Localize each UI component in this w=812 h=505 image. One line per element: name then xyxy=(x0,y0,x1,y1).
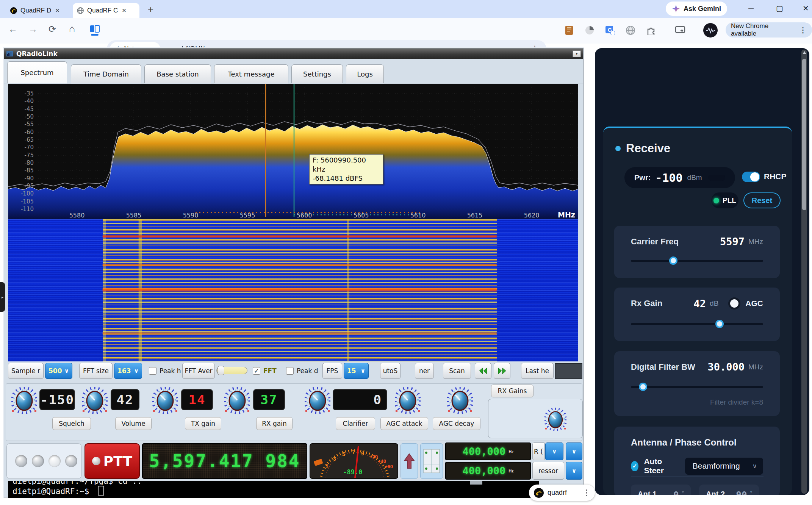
volume-knob[interactable] xyxy=(82,387,108,414)
device-share-icon[interactable] xyxy=(674,25,686,36)
tx-gain-knob[interactable] xyxy=(152,387,178,414)
sample-rate-dropdown[interactable]: 500∨ xyxy=(45,363,72,379)
constellation-button[interactable] xyxy=(420,443,443,479)
new-tab-button[interactable]: + xyxy=(148,4,153,16)
tx-shift-display[interactable]: 400,000 Hz xyxy=(445,442,531,460)
sidebar-scrollbar[interactable] xyxy=(801,50,807,494)
split-view-icon[interactable] xyxy=(89,25,100,36)
window-titlebar[interactable]: QRadioLink ▾ xyxy=(4,48,583,59)
extensions-puzzle-icon[interactable] xyxy=(645,25,657,36)
quadrf-pill-icon xyxy=(534,488,544,498)
tab-base-station[interactable]: Base station xyxy=(144,64,211,83)
rx-gain-value-lcd: 37 xyxy=(253,389,285,410)
tab-time-domain[interactable]: Time Domain xyxy=(71,64,141,83)
forward-icon[interactable]: → xyxy=(28,24,38,34)
pill-menu-icon[interactable]: ⋮ xyxy=(583,491,590,494)
new-chrome-button[interactable]: New Chrome available ⋮ xyxy=(726,22,812,38)
quadrf-pill[interactable]: quadrf ⋮ xyxy=(529,485,595,501)
fft-averaging-slider[interactable] xyxy=(216,367,247,374)
frequency-display[interactable]: 5,597.417 984 xyxy=(142,443,307,479)
close-icon[interactable]: ✕ xyxy=(55,7,60,14)
agc-radio[interactable] xyxy=(728,297,740,310)
notebook-extension-icon[interactable] xyxy=(563,25,575,36)
peak-hold-checkbox[interactable] xyxy=(149,367,156,375)
terminal-scrollbar[interactable] xyxy=(470,481,482,485)
terminal[interactable]: dietpi@quadrf:~/fpga$ cd .. dietpi@QuadR… xyxy=(8,481,539,498)
ant2-card[interactable]: Ant 2 90 ° xyxy=(699,485,759,495)
window-close-button[interactable]: ✕ xyxy=(803,4,809,13)
minimize-button[interactable]: ─ xyxy=(748,4,754,13)
browser-menu-icon[interactable]: ⋮ xyxy=(799,29,807,31)
squelch-knob[interactable] xyxy=(11,387,37,414)
rx-shift-display[interactable]: 400,000 Hz xyxy=(445,462,531,480)
back-icon[interactable]: ← xyxy=(8,24,17,34)
pie-extension-icon[interactable] xyxy=(584,25,595,36)
mode-dropdown[interactable]: ∨ xyxy=(545,442,563,460)
profile-avatar[interactable] xyxy=(703,23,718,38)
autosquelch-button[interactable]: utoS xyxy=(380,363,401,379)
close-icon[interactable]: ✕ xyxy=(122,7,127,14)
translate-extension-icon[interactable]: G xyxy=(604,25,616,36)
waterfall[interactable] xyxy=(8,219,578,361)
scrollbar-thumb[interactable] xyxy=(802,59,806,210)
y-tick: -105 xyxy=(21,198,34,205)
compressor-dropdown[interactable]: ∨ xyxy=(566,462,582,480)
side-pull-handle[interactable]: ▸ xyxy=(0,282,5,312)
peak-detect-checkbox[interactable] xyxy=(286,367,294,375)
reload-icon[interactable]: ⟳ xyxy=(49,24,56,34)
filter-bw-unit: MHz xyxy=(748,363,763,371)
reset-button[interactable]: Reset xyxy=(743,192,781,208)
mode-dropdown-2[interactable]: ∨ xyxy=(566,442,582,460)
steer-mode-select[interactable]: Beamforming ∨ xyxy=(685,458,763,475)
band-up-button[interactable] xyxy=(401,443,418,479)
tuner-button[interactable]: ner xyxy=(415,363,434,379)
tab-spectrum[interactable]: Spectrum xyxy=(7,61,67,83)
scan-button[interactable]: Scan xyxy=(443,363,471,379)
ant1-card[interactable]: Ant 1 0 ° xyxy=(631,485,691,495)
fft-checkbox[interactable]: ✓ xyxy=(253,367,260,375)
tab-text-message[interactable]: Text message xyxy=(214,64,288,83)
scan-back-button[interactable] xyxy=(475,363,491,379)
browser-tab-2[interactable]: QuadRF C ✕ xyxy=(73,3,139,18)
fft-checkbox-label: FFT xyxy=(263,367,277,375)
agc-attack-label: AGC attack xyxy=(380,417,428,430)
clarifier-knob[interactable] xyxy=(305,387,330,414)
slider-handle[interactable] xyxy=(217,366,224,375)
slider-thumb[interactable] xyxy=(639,383,647,391)
rx-gain-knob[interactable] xyxy=(224,387,250,414)
ant2-unit: ° xyxy=(750,490,752,495)
browser-tab-1[interactable]: QuadRF D ✕ xyxy=(6,3,70,18)
titlebar-button[interactable]: ▾ xyxy=(573,50,581,57)
ptt-led xyxy=(92,457,100,465)
rhcp-toggle[interactable] xyxy=(742,172,760,182)
rx-gain-slider[interactable] xyxy=(631,323,763,325)
volume-label: Volume xyxy=(115,417,152,430)
scan-forward-button[interactable] xyxy=(494,363,510,379)
rx-power-field[interactable]: Pwr: -100 dBm xyxy=(624,167,735,188)
agc-attack-knob[interactable] xyxy=(395,387,421,414)
ant2-label: Ant 2 xyxy=(706,490,725,495)
filter-bw-card: Digital Filter BW 30.000 MHz Filter divi… xyxy=(614,351,780,416)
slider-thumb[interactable] xyxy=(669,256,677,265)
scroll-up-arrow-icon[interactable] xyxy=(803,51,806,54)
carrier-freq-slider[interactable] xyxy=(631,260,763,262)
ptt-button[interactable]: PTT xyxy=(84,443,140,479)
maximize-button[interactable]: ▢ xyxy=(776,4,783,13)
filter-bw-slider[interactable] xyxy=(631,386,763,388)
tab-settings[interactable]: Settings xyxy=(291,64,343,83)
agc-decay-knob[interactable] xyxy=(447,387,473,414)
tab-logs[interactable]: Logs xyxy=(346,64,384,83)
home-icon[interactable]: ⌂ xyxy=(69,23,75,35)
fft-size-dropdown[interactable]: 163∨ xyxy=(114,363,142,379)
auto-steer-label: Auto Steer xyxy=(644,457,674,475)
rx-gains-knob[interactable] xyxy=(544,408,566,431)
ask-gemini-button[interactable]: Ask Gemini xyxy=(666,2,727,16)
fps-dropdown[interactable]: 15∨ xyxy=(344,363,369,379)
compressor-button[interactable]: ressor xyxy=(532,462,564,480)
slider-thumb[interactable] xyxy=(715,320,724,328)
last-heard-button[interactable]: Last he xyxy=(521,363,554,379)
spectrum-plot[interactable]: -35 -40 -45 -50 -55 -60 -65 -70 -75 -80 … xyxy=(8,84,578,219)
mode-fragment-button[interactable]: R ( xyxy=(532,442,544,460)
check-icon[interactable]: ✓ xyxy=(631,461,638,471)
globe-extension-icon[interactable] xyxy=(625,25,636,36)
